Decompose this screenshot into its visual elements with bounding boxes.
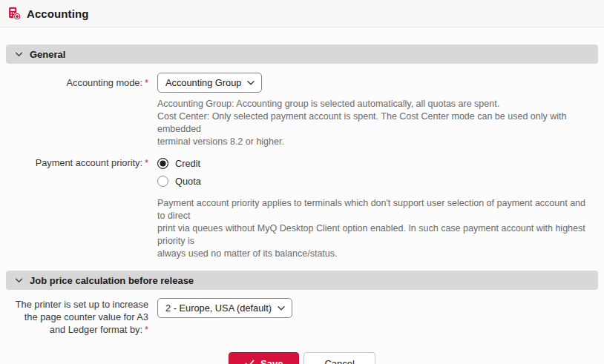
page-counter-row: The printer is set up to increase the pa… xyxy=(0,298,604,336)
accounting-calculator-icon xyxy=(7,7,21,20)
page-title: Accounting xyxy=(27,7,89,20)
chevron-down-icon xyxy=(15,278,23,283)
radio-selected-icon xyxy=(157,158,168,169)
page-header: Accounting xyxy=(0,0,604,27)
payment-priority-row: Payment account priority:* Credit Quota xyxy=(0,155,604,189)
radio-unselected-icon xyxy=(157,176,168,187)
page-counter-label: The printer is set up to increase the pa… xyxy=(0,298,148,336)
accounting-mode-select[interactable]: Accounting Group xyxy=(157,73,262,93)
check-icon xyxy=(245,360,255,364)
accounting-settings-page: Accounting General Accounting mode:* Acc… xyxy=(0,0,604,364)
section-header-general[interactable]: General xyxy=(6,44,598,64)
section-title-job-price: Job price calculation before release xyxy=(30,275,194,286)
radio-option-quota[interactable]: Quota xyxy=(157,173,201,189)
section-header-job-price[interactable]: Job price calculation before release xyxy=(6,271,598,290)
cancel-button[interactable]: Cancel xyxy=(303,352,375,364)
page-counter-select[interactable]: 2 - Europe, USA (default) xyxy=(157,298,292,318)
accounting-mode-help: Accounting Group: Accounting group is se… xyxy=(157,98,591,148)
section-title-general: General xyxy=(30,49,65,60)
select-chevron-icon xyxy=(278,306,285,311)
payment-priority-help: Payment account priority applies to term… xyxy=(157,197,591,260)
payment-priority-radio-group: Credit Quota xyxy=(157,155,201,189)
accounting-mode-value: Accounting Group xyxy=(165,77,241,88)
chevron-down-icon xyxy=(15,52,23,57)
save-button[interactable]: Save xyxy=(229,352,299,364)
required-marker: * xyxy=(145,157,148,168)
radio-option-credit[interactable]: Credit xyxy=(157,155,201,171)
form-actions: Save Cancel xyxy=(0,352,604,364)
radio-quota-label: Quota xyxy=(175,176,201,187)
radio-credit-label: Credit xyxy=(175,158,200,169)
payment-priority-label: Payment account priority:* xyxy=(0,155,148,171)
accounting-mode-row: Accounting mode:* Accounting Group xyxy=(0,73,604,93)
required-marker: * xyxy=(145,324,148,335)
accounting-mode-label: Accounting mode:* xyxy=(0,77,148,88)
required-marker: * xyxy=(145,77,148,88)
select-chevron-icon xyxy=(247,81,255,85)
page-counter-value: 2 - Europe, USA (default) xyxy=(165,302,272,314)
